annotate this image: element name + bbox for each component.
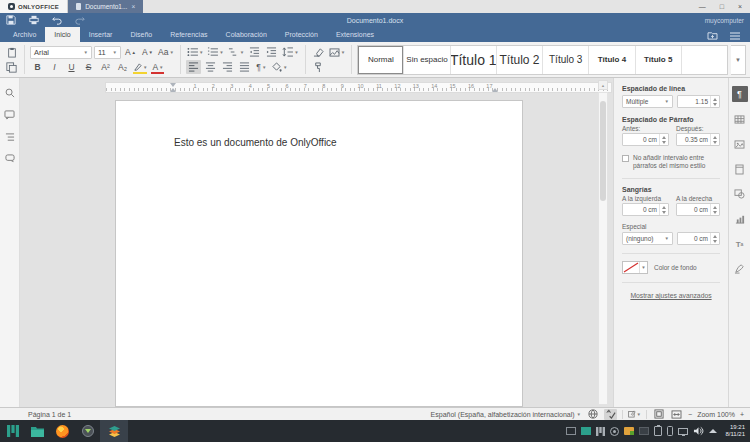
style-titulo-4[interactable]: Título 4 (589, 46, 635, 74)
tray-expand-icon[interactable] (709, 429, 717, 433)
same-style-checkbox[interactable] (622, 155, 629, 162)
search-icon[interactable] (4, 87, 16, 99)
hamburger-menu-icon[interactable] (730, 26, 740, 44)
special-amount-spinner[interactable]: 0 cm (677, 232, 720, 245)
update-notifier-icon[interactable] (610, 427, 619, 436)
multilevel-list-button[interactable]: ▼ (227, 45, 245, 59)
minimize-button[interactable]: — (699, 3, 706, 10)
bullet-list-button[interactable]: ▼ (186, 45, 204, 59)
first-line-indent-marker[interactable] (170, 83, 176, 87)
feedback-icon[interactable] (4, 153, 16, 165)
right-indent-marker[interactable] (492, 88, 498, 92)
paste-button[interactable] (4, 45, 19, 59)
spinner-arrows[interactable] (710, 96, 719, 107)
align-left-button[interactable] (186, 60, 201, 74)
copy-button[interactable] (4, 60, 19, 74)
align-right-button[interactable] (220, 60, 235, 74)
background-color-picker[interactable]: ▼ (622, 261, 648, 274)
ruler-toggle-button[interactable]: ▲ (598, 80, 608, 90)
clear-style-button[interactable] (311, 45, 326, 59)
close-button[interactable]: × (738, 3, 742, 10)
style-titulo-1[interactable]: Título 1 (451, 46, 497, 74)
change-case-button[interactable]: Aa▼ (157, 45, 175, 59)
document-page[interactable]: Esto es un documento de OnlyOffice (115, 100, 523, 407)
tab-extensiones[interactable]: Extensiones (327, 27, 383, 42)
tab-insertar[interactable]: Insertar (80, 27, 122, 42)
set-language-globe-icon[interactable] (586, 409, 599, 420)
spinner-arrows[interactable] (659, 204, 668, 215)
print-icon[interactable] (29, 15, 39, 25)
comments-icon[interactable] (4, 109, 16, 121)
tab-proteccion[interactable]: Protección (276, 27, 327, 42)
file-manager-icon[interactable] (25, 420, 50, 442)
spacing-before-spinner[interactable]: 0 cm (622, 133, 669, 146)
style-normal[interactable]: Normal (358, 46, 404, 74)
page-count[interactable]: Página 1 de 1 (28, 411, 71, 418)
copy-style-button[interactable] (311, 60, 326, 74)
navigation-icon[interactable] (4, 131, 16, 143)
tab-close-icon[interactable]: × (131, 3, 135, 10)
strikethrough-button[interactable]: S (81, 60, 96, 74)
open-file-location-icon[interactable] (707, 26, 718, 44)
mail-merge-button[interactable]: ▼ (328, 45, 346, 59)
clipboard-manager-icon[interactable] (654, 426, 662, 436)
device-connect-icon[interactable] (667, 426, 673, 436)
display-settings-icon[interactable] (678, 428, 688, 435)
firefox-icon[interactable] (50, 420, 75, 442)
bold-button[interactable]: B (30, 60, 45, 74)
document-tab[interactable]: Documento1... × (68, 0, 143, 13)
spinner-arrows[interactable] (710, 233, 719, 244)
zoom-in-button[interactable]: + (740, 411, 744, 418)
tab-referencias[interactable]: Referencias (161, 27, 216, 42)
document-canvas[interactable]: 1234567891011121314151617 Esto es un doc… (20, 78, 613, 407)
style-item-empty[interactable] (682, 46, 727, 74)
styles-gallery-expand-button[interactable]: ▼ (731, 45, 746, 75)
signature-settings-icon[interactable] (732, 261, 748, 277)
align-center-button[interactable] (203, 60, 218, 74)
document-text[interactable]: Esto es un documento de OnlyOffice (174, 137, 337, 148)
spacing-after-spinner[interactable]: 0.35 cm (676, 133, 720, 146)
tab-archivo[interactable]: Archivo (4, 27, 45, 42)
style-titulo-3[interactable]: Título 3 (543, 46, 589, 74)
advanced-settings-link[interactable]: Mostrar ajustes avanzados (622, 292, 720, 299)
paragraph-settings-icon[interactable]: ¶ (732, 86, 748, 102)
textart-settings-icon[interactable]: Ta (732, 236, 748, 252)
indent-right-spinner[interactable]: 0 cm (676, 203, 720, 216)
zoom-level[interactable]: Zoom 100% (697, 411, 735, 418)
image-settings-icon[interactable] (732, 136, 748, 152)
spinner-arrows[interactable] (710, 134, 719, 145)
terminal-tray-icon[interactable] (639, 427, 649, 435)
show-paragraph-marks-button[interactable]: ¶▼ (254, 60, 269, 74)
onlyoffice-taskbar-icon[interactable] (100, 420, 128, 442)
scrollbar-thumb[interactable] (600, 101, 606, 201)
style-titulo-2[interactable]: Título 2 (497, 46, 543, 74)
tab-colaboracion[interactable]: Colaboración (217, 27, 276, 42)
spell-check-toggle[interactable] (604, 409, 617, 420)
decrease-font-button[interactable]: A▼ (140, 45, 155, 59)
italic-button[interactable]: I (47, 60, 62, 74)
save-icon[interactable] (6, 15, 16, 25)
indent-left-spinner[interactable]: 0 cm (622, 203, 669, 216)
workspace-2-pager[interactable] (581, 427, 591, 435)
special-indent-select[interactable]: (ninguno)▼ (622, 232, 673, 245)
subscript-button[interactable]: A₂ (115, 60, 130, 74)
software-updater-icon[interactable] (75, 420, 100, 442)
spinner-arrows[interactable] (710, 204, 719, 215)
app-main-tab[interactable]: ONLYOFFICE (0, 0, 68, 13)
decrease-indent-button[interactable] (247, 45, 262, 59)
volume-icon[interactable] (693, 426, 704, 436)
vertical-scrollbar[interactable]: ▲ (598, 80, 608, 405)
line-spacing-select[interactable]: Múltiple▼ (622, 95, 673, 108)
taskbar-clock[interactable]: 19:21 8/11/21 (722, 424, 745, 438)
style-sin-espacio[interactable]: Sin espacio (404, 46, 450, 74)
fit-width-button[interactable] (670, 409, 683, 420)
line-spacing-button[interactable]: ▼ (281, 45, 299, 59)
fit-page-button[interactable] (652, 409, 665, 420)
chevron-down-icon[interactable]: ▼ (639, 262, 647, 273)
redo-icon[interactable] (75, 15, 85, 25)
table-settings-icon[interactable] (732, 111, 748, 127)
numbered-list-button[interactable]: ▼ (206, 45, 224, 59)
font-size-select[interactable]: 11▼ (94, 46, 121, 59)
undo-icon[interactable] (52, 15, 62, 25)
tab-diseno[interactable]: Diseño (121, 27, 161, 42)
